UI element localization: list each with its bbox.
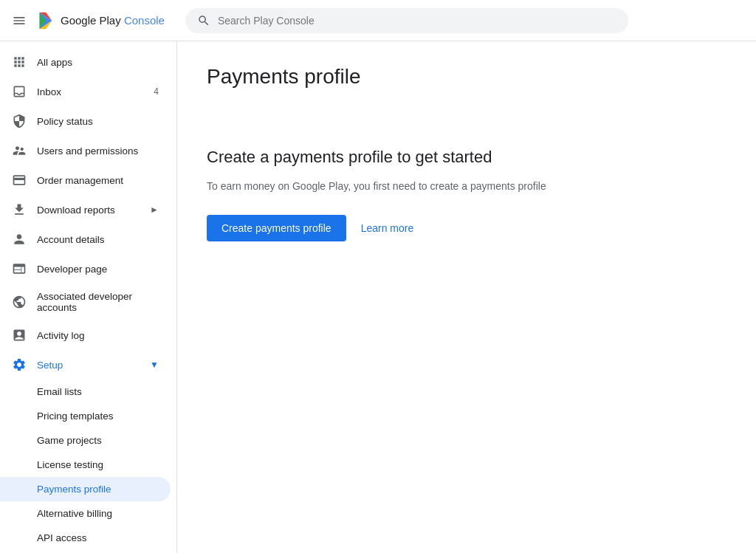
search-icon (197, 14, 210, 27)
page-title: Payments profile (207, 65, 726, 89)
create-payments-profile-button[interactable]: Create payments profile (207, 215, 346, 241)
associated-icon (12, 295, 27, 309)
header-logo: Google Play Console (35, 10, 165, 31)
sidebar-item-label: Account details (37, 234, 105, 245)
sidebar-sub-item-email-lists[interactable]: Email lists (0, 379, 171, 404)
sidebar: All apps Inbox 4 Policy status Users and… (0, 41, 177, 553)
sidebar-sub-item-payments-profile[interactable]: Payments profile (0, 477, 171, 501)
menu-icon[interactable] (12, 13, 27, 28)
account-icon (12, 232, 27, 247)
play-logo-icon (35, 10, 56, 31)
layout: All apps Inbox 4 Policy status Users and… (0, 41, 756, 553)
sidebar-item-label: Setup (37, 360, 63, 371)
sidebar-item-download-reports[interactable]: Download reports ► (0, 195, 171, 224)
sidebar-sub-item-label: API access (37, 532, 87, 543)
sidebar-item-label: Activity log (37, 330, 85, 341)
download-icon (12, 202, 27, 217)
sidebar-item-users-permissions[interactable]: Users and permissions (0, 136, 171, 165)
sidebar-sub-item-pricing-templates[interactable]: Pricing templates (0, 404, 171, 428)
sidebar-sub-item-alternative-billing[interactable]: Alternative billing (0, 501, 171, 526)
sidebar-sub-item-api-access[interactable]: API access (0, 526, 171, 550)
sidebar-item-policy-status[interactable]: Policy status (0, 106, 171, 136)
sidebar-item-developer-page[interactable]: Developer page (0, 254, 171, 284)
grid-icon (12, 55, 27, 69)
inbox-icon (12, 84, 27, 99)
shield-icon (12, 114, 27, 128)
browser-icon (12, 261, 27, 276)
users-icon (12, 143, 27, 158)
sidebar-item-all-apps[interactable]: All apps (0, 47, 171, 77)
empty-state-title: Create a payments profile to get started (207, 148, 650, 167)
empty-state: Create a payments profile to get started… (207, 148, 650, 241)
main-content: Payments profile Create a payments profi… (177, 41, 756, 553)
empty-state-description: To earn money on Google Play, you first … (207, 179, 650, 194)
search-bar[interactable] (185, 8, 628, 33)
sidebar-sub-item-label: Email lists (37, 386, 82, 397)
gear-icon (12, 357, 27, 372)
sidebar-item-label: Inbox (37, 86, 61, 97)
sidebar-item-label: Download reports (37, 205, 115, 216)
sidebar-sub-item-game-projects[interactable]: Game projects (0, 428, 171, 453)
sidebar-item-activity-log[interactable]: Activity log (0, 320, 171, 350)
sidebar-sub-item-label: Game projects (37, 435, 102, 446)
header-title: Google Play Console (61, 14, 165, 27)
sidebar-sub-item-label: Alternative billing (37, 508, 112, 519)
sidebar-sub-item-label: Payments profile (37, 484, 111, 495)
sidebar-sub-item-license-testing[interactable]: License testing (0, 453, 171, 477)
empty-state-actions: Create payments profile Learn more (207, 215, 650, 241)
sidebar-item-associated-developer[interactable]: Associated developer accounts (0, 284, 171, 320)
sidebar-item-label: Order management (37, 175, 123, 186)
header: Google Play Console (0, 0, 756, 41)
chevron-right-icon: ► (150, 205, 159, 215)
sidebar-item-setup[interactable]: Setup ▼ (0, 350, 171, 379)
sidebar-item-order-management[interactable]: Order management (0, 165, 171, 195)
sidebar-item-label: Developer page (37, 264, 107, 275)
sidebar-item-label: Associated developer accounts (37, 291, 159, 313)
sidebar-item-inbox[interactable]: Inbox 4 (0, 77, 171, 106)
sidebar-item-label: Users and permissions (37, 145, 138, 157)
sidebar-sub-item-label: License testing (37, 459, 103, 470)
activity-icon (12, 328, 27, 343)
sidebar-sub-item-label: Pricing templates (37, 411, 114, 422)
sidebar-item-label: Policy status (37, 116, 93, 127)
sidebar-item-account-details[interactable]: Account details (0, 224, 171, 254)
learn-more-link[interactable]: Learn more (361, 222, 414, 234)
chevron-down-icon: ▼ (150, 360, 159, 370)
sidebar-item-label: All apps (37, 57, 72, 68)
search-input[interactable] (218, 15, 616, 27)
inbox-badge: 4 (154, 86, 159, 97)
card-icon (12, 173, 27, 188)
